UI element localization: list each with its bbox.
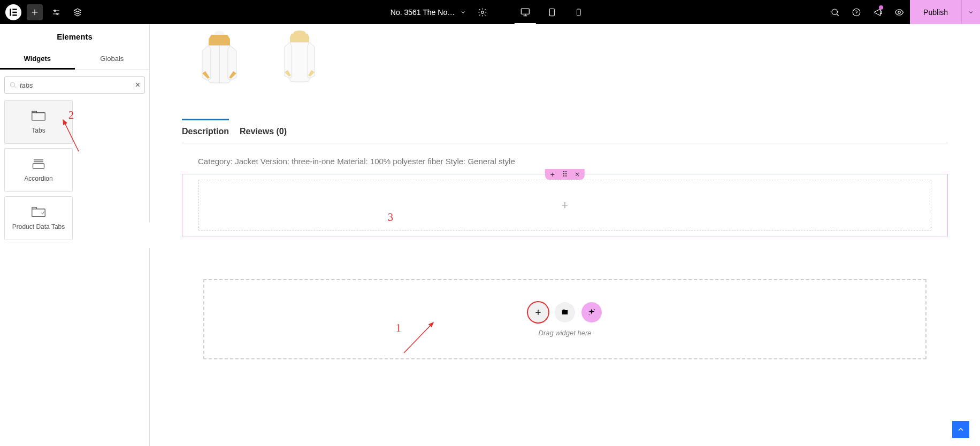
svg-rect-3 [12,14,17,16]
section-close-button[interactable]: × [575,170,579,179]
publish-button[interactable]: Publish [910,0,961,24]
svg-point-17 [594,309,595,310]
section-action-buttons [528,302,602,322]
svg-rect-16 [32,209,45,217]
page-settings-icon[interactable] [474,4,491,20]
widget-list: Tabs Accordion Product Data Tabs [0,100,149,240]
svg-rect-2 [12,11,17,13]
svg-point-12 [898,11,901,13]
panel-title: Elements [0,24,149,49]
finder-search-icon[interactable] [824,0,846,24]
svg-rect-15 [33,164,44,168]
responsive-mode-group [515,0,589,24]
svg-point-13 [10,82,14,87]
product-thumb[interactable] [193,29,246,94]
empty-column[interactable]: + [198,180,931,230]
new-section-area[interactable]: Drag widget here [203,279,927,359]
settings-icon[interactable] [48,4,64,20]
svg-rect-14 [32,113,45,120]
chevron-down-icon [460,9,466,16]
panel-tabs: Widgets Globals [0,49,149,70]
svg-point-18 [589,314,589,315]
search-icon [9,81,17,89]
svg-point-6 [481,11,484,13]
section-controls: + ⠿ × [545,169,585,180]
top-bar: No. 3561 The No… [0,0,980,24]
page-title-dropdown[interactable]: No. 3561 The No… [391,8,466,17]
widget-label: Accordion [24,175,52,182]
tab-globals[interactable]: Globals [75,49,150,70]
search-wrap: × [0,70,149,100]
svg-rect-8 [550,9,555,16]
add-element-button[interactable] [27,4,43,20]
search-box: × [4,76,145,94]
desktop-mode-button[interactable] [515,0,536,24]
topbar-right: Publish [824,0,980,24]
svg-rect-9 [577,9,581,16]
clear-search-button[interactable]: × [135,80,140,90]
widget-tabs[interactable]: Tabs [4,100,73,144]
widget-product-data-tabs[interactable]: Product Data Tabs [4,196,73,240]
topbar-left [0,4,86,20]
svg-rect-1 [12,9,17,10]
structure-icon[interactable] [70,4,86,20]
product-thumb[interactable] [273,29,326,94]
tab-reviews[interactable]: Reviews (0) [240,120,287,143]
section-add-button[interactable]: + [550,170,555,179]
ai-button[interactable] [581,302,602,322]
editor-canvas: Description Reviews (0) Category: Jacket… [150,24,980,446]
active-section[interactable]: + ⠿ × + [182,174,948,236]
topbar-center: No. 3561 The No… [391,0,589,24]
publish-options-button[interactable] [961,0,980,24]
widget-label: Tabs [32,127,45,134]
add-widget-button[interactable]: + [562,198,569,212]
tab-description[interactable]: Description [182,119,229,143]
widget-label: Product Data Tabs [12,223,65,230]
add-section-button[interactable] [528,302,548,322]
product-thumbnails [182,29,948,94]
tablet-mode-button[interactable] [541,0,563,24]
svg-point-10 [832,9,838,15]
whats-new-icon[interactable] [867,0,889,24]
product-tabs: Description Reviews (0) [182,120,948,143]
tab-widgets[interactable]: Widgets [0,49,75,70]
svg-rect-0 [10,9,11,16]
scroll-to-top-button[interactable] [952,421,969,438]
search-input[interactable] [17,81,135,89]
elementor-logo[interactable] [5,4,21,20]
elements-panel: Elements Widgets Globals × Tabs Accordio… [0,24,150,446]
page-title: No. 3561 The No… [391,8,455,17]
help-icon[interactable] [846,0,867,24]
drag-hint-text: Drag widget here [539,329,592,337]
svg-rect-7 [522,9,530,14]
mobile-mode-button[interactable] [568,0,589,24]
widget-accordion[interactable]: Accordion [4,148,73,192]
section-drag-handle[interactable]: ⠿ [562,170,568,179]
add-template-button[interactable] [555,302,575,322]
preview-icon[interactable] [889,0,910,24]
